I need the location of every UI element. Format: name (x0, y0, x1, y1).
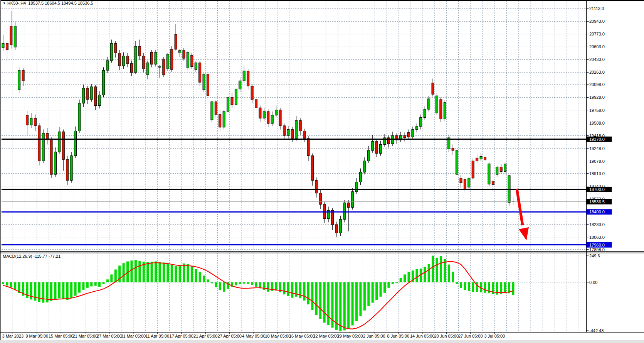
symbol-dropdown-icon[interactable]: ▼ (3, 2, 6, 5)
macd-bar (58, 282, 61, 299)
macd-bar (223, 282, 225, 292)
candle-body (38, 126, 40, 161)
candle-body (106, 61, 109, 70)
macd-bar (311, 282, 313, 310)
price-tick-label: 20433.0 (589, 57, 605, 62)
macd-bar (74, 282, 77, 296)
candle-body (480, 156, 482, 159)
macd-bar (54, 282, 56, 300)
macd-bar (86, 282, 89, 288)
date-tick-label: 4 May 05:00 (242, 334, 266, 338)
candle-body (126, 56, 129, 63)
candle-body (18, 70, 20, 90)
candle-body (74, 131, 77, 155)
candle-body (58, 132, 61, 152)
macd-bar (415, 269, 418, 282)
macd-bar (82, 282, 84, 290)
candle-body (415, 127, 418, 130)
candle-body (195, 63, 197, 69)
macd-bar (251, 282, 253, 285)
candle-body (207, 74, 209, 96)
chart-ohlc-header: ▼HK50-,H4 18537.5 18604.5 18494.5 18536.… (3, 1, 93, 5)
macd-bar (135, 260, 137, 282)
candle-body (235, 89, 237, 105)
macd-bar (404, 274, 406, 282)
macd-main-value: -115.77 (33, 254, 47, 259)
candle-body (223, 112, 225, 127)
candle-body (14, 26, 16, 47)
candle-body (231, 97, 233, 105)
price-tick-label: 18233.0 (589, 222, 605, 227)
macd-bar (283, 282, 285, 295)
macd-bar (375, 282, 378, 300)
candle-body (408, 132, 410, 137)
candle-body (163, 59, 165, 75)
macd-bar (94, 282, 97, 286)
candle-body (10, 26, 12, 45)
price-tick-label: 20603.0 (589, 44, 605, 49)
candle-body (54, 152, 56, 174)
window-bottom-edge (0, 340, 644, 343)
macd-bar (464, 282, 466, 290)
price-tick-label: 18063.0 (589, 235, 605, 240)
ohlc-close: 18536.5 (78, 1, 93, 5)
macd-bar (106, 279, 109, 282)
candle-body (183, 51, 185, 58)
price-tick-label: 19588.0 (589, 121, 605, 125)
macd-bar (359, 282, 362, 316)
macd-bar (275, 282, 277, 291)
price-tick-label: 20098.0 (589, 82, 605, 87)
candle-body (363, 161, 366, 172)
macd-bar (291, 282, 293, 298)
macd-bar (263, 282, 265, 290)
svg-text:17960.0: 17960.0 (589, 243, 605, 247)
date-tick-label: 14 Jun 05:00 (410, 334, 435, 338)
ohlc-high: 18604.5 (45, 1, 60, 5)
candle-body (94, 87, 97, 106)
chart-background[interactable] (0, 0, 644, 343)
candle-body (424, 109, 426, 117)
macd-bar (456, 282, 458, 284)
price-tick-label: 17898.0 (589, 247, 605, 252)
date-tick-label: 27 Apr 05:00 (218, 334, 242, 338)
macd-bar (500, 282, 502, 294)
candle-body (492, 181, 494, 185)
candle-body (435, 96, 438, 113)
macd-bar (287, 282, 289, 296)
macd-bar (183, 264, 185, 282)
price-tick-label: 21113.0 (589, 6, 604, 11)
candle-body (468, 178, 470, 187)
candle-body (110, 43, 113, 61)
price-tick-label: 19758.0 (589, 108, 605, 113)
chart-canvas[interactable]: 21113.020943.020773.020603.020433.020263… (0, 0, 644, 343)
candle-body (86, 88, 89, 100)
date-tick-label: 17 Apr 05:00 (170, 334, 193, 338)
candle-body (34, 118, 36, 125)
candle-body (287, 130, 289, 136)
macd-bar (484, 282, 486, 293)
macd-bar (166, 263, 169, 282)
macd-bar (315, 282, 318, 315)
candle-body (315, 181, 318, 193)
macd-bar (70, 282, 72, 299)
svg-text:19370.0: 19370.0 (589, 137, 605, 142)
macd-bar (424, 267, 426, 282)
candle-body (227, 97, 229, 112)
macd-bar (299, 282, 301, 299)
candle-body (135, 46, 137, 73)
candle-body (155, 52, 157, 64)
candle-body (387, 138, 390, 144)
macd-bar (187, 264, 189, 282)
candle-body (151, 52, 153, 64)
macd-bar (432, 256, 434, 282)
candle-body (464, 179, 466, 189)
macd-bar (392, 282, 394, 284)
candle-body (375, 142, 378, 154)
macd-bar (211, 282, 213, 284)
candle-body (484, 157, 486, 160)
macd-signal-value: -77.21 (49, 254, 61, 259)
candle-body (211, 102, 213, 120)
macd-bar (243, 282, 245, 284)
candle-body (440, 100, 442, 119)
macd-bar (347, 282, 350, 329)
